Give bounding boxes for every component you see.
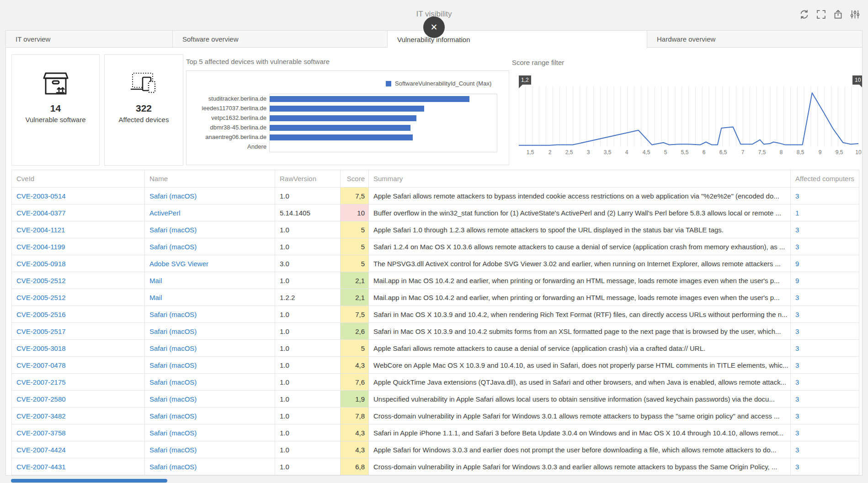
cve-link[interactable]: CVE-2007-3482 — [16, 412, 66, 420]
affected-computers-link[interactable]: 1 — [795, 209, 799, 217]
fullscreen-icon[interactable] — [816, 9, 826, 20]
cve-link[interactable]: CVE-2007-3758 — [16, 429, 66, 437]
range-handle-left[interactable]: 1,2 — [519, 75, 531, 85]
summary-cell: Safari 1.2.4 on Mac OS X 10.3.6 allows r… — [369, 238, 791, 255]
cve-link[interactable]: CVE-2005-2516 — [16, 311, 66, 318]
tab-software-overview[interactable]: Software overview — [173, 30, 388, 48]
axis-tick-label: 4 — [618, 149, 636, 156]
rawversion-cell: 1.0 — [275, 306, 341, 323]
affected-computers-link[interactable]: 3 — [795, 412, 799, 420]
software-link[interactable]: Safari (macOS) — [149, 361, 197, 369]
software-link[interactable]: Safari (macOS) — [149, 226, 197, 234]
affected-computers-cell: 3 — [791, 340, 859, 357]
cveid-cell: CVE-2005-2512 — [12, 289, 145, 306]
col-rawversion[interactable]: RawVersion — [275, 170, 341, 188]
filter-settings-icon[interactable] — [850, 9, 860, 20]
affected-computers-cell: 9 — [791, 255, 859, 272]
affected-computers-link[interactable]: 3 — [795, 327, 799, 335]
summary-cell: Apple Safari for Windows 3.0.3 and earli… — [369, 441, 791, 458]
name-cell: Safari (macOS) — [145, 306, 275, 323]
cveid-cell: CVE-2005-2516 — [12, 306, 145, 323]
software-link[interactable]: Safari (macOS) — [149, 395, 197, 403]
col-name[interactable]: Name — [145, 170, 275, 188]
affected-computers-link[interactable]: 3 — [795, 192, 799, 200]
name-cell: Safari (macOS) — [145, 458, 275, 475]
bar[interactable] — [270, 96, 469, 102]
software-link[interactable]: Safari (macOS) — [149, 327, 197, 335]
affected-computers-link[interactable]: 3 — [795, 294, 799, 301]
kpi-label: Affected devices — [105, 116, 183, 123]
table-row: CVE-2007-2580Safari (macOS)1.01,9Unspeci… — [12, 391, 859, 408]
rawversion-cell: 1.0 — [275, 221, 341, 238]
cve-link[interactable]: CVE-2007-2580 — [16, 395, 66, 403]
cve-link[interactable]: CVE-2005-2512 — [16, 277, 66, 284]
software-link[interactable]: Safari (macOS) — [149, 311, 197, 318]
cveid-cell: CVE-2004-1199 — [12, 238, 145, 255]
affected-computers-link[interactable]: 3 — [795, 429, 799, 437]
cve-link[interactable]: CVE-2004-1121 — [16, 226, 65, 234]
col-affected-computers[interactable]: Affected computers — [791, 170, 859, 188]
affected-computers-link[interactable]: 3 — [795, 446, 799, 454]
axis-tick-label: 8 — [772, 149, 790, 156]
software-link[interactable]: Safari (macOS) — [149, 378, 197, 386]
vulnerability-table: CveIdNameRawVersionScoreSummaryAffected … — [11, 170, 859, 475]
cve-link[interactable]: CVE-2005-3018 — [16, 344, 66, 352]
cve-link[interactable]: CVE-2005-2517 — [16, 327, 66, 335]
software-link[interactable]: Mail — [149, 277, 162, 284]
cve-link[interactable]: CVE-2003-0514 — [16, 192, 66, 200]
affected-computers-link[interactable]: 3 — [795, 226, 799, 234]
cve-link[interactable]: CVE-2005-0918 — [16, 260, 66, 268]
rawversion-cell: 1.0 — [275, 188, 341, 204]
cveid-cell: CVE-2007-2175 — [12, 374, 145, 391]
export-icon[interactable] — [833, 9, 843, 20]
horizontal-scrollbar[interactable] — [11, 479, 167, 483]
affected-computers-link[interactable]: 3 — [795, 378, 799, 386]
software-link[interactable]: Mail — [149, 294, 162, 301]
software-link[interactable]: Safari (macOS) — [149, 243, 197, 251]
range-handle-right[interactable]: 10 — [852, 75, 863, 85]
affected-computers-link[interactable]: 3 — [795, 243, 799, 251]
software-link[interactable]: Safari (macOS) — [149, 192, 197, 200]
col-cveid[interactable]: CveId — [12, 170, 145, 188]
cve-link[interactable]: CVE-2007-0478 — [16, 361, 66, 369]
software-link[interactable]: ActivePerl — [149, 209, 181, 217]
cve-link[interactable]: CVE-2004-1199 — [16, 243, 65, 251]
software-link[interactable]: Safari (macOS) — [149, 446, 197, 454]
refresh-icon[interactable] — [799, 9, 809, 20]
cve-link[interactable]: CVE-2005-2512 — [16, 294, 66, 301]
affected-computers-link[interactable]: 9 — [795, 260, 799, 268]
cve-link[interactable]: CVE-2004-0377 — [16, 209, 66, 217]
col-score[interactable]: Score — [341, 170, 369, 188]
affected-computers-link[interactable]: 3 — [795, 344, 799, 352]
bar[interactable] — [270, 134, 413, 140]
col-summary[interactable]: Summary — [369, 170, 791, 188]
summary-cell: Cross-domain vulnerability in Apple Safa… — [369, 458, 791, 475]
summary-cell: WebCore on Apple Mac OS X 10.3.9 and 10.… — [369, 357, 791, 374]
affected-computers-link[interactable]: 3 — [795, 463, 799, 471]
close-button[interactable]: ✕ — [423, 16, 445, 38]
bar[interactable] — [270, 115, 416, 121]
affected-computers-link[interactable]: 3 — [795, 311, 799, 318]
cveid-cell: CVE-2004-1121 — [12, 221, 145, 238]
cve-link[interactable]: CVE-2007-2175 — [16, 378, 66, 386]
affected-computers-link[interactable]: 3 — [795, 361, 799, 369]
cve-link[interactable]: CVE-2007-4424 — [16, 446, 66, 454]
software-link[interactable]: Safari (macOS) — [149, 344, 197, 352]
summary-cell: Safari in Mac OS X 10.3.9 and 10.4.2 sub… — [369, 323, 791, 340]
software-link[interactable]: Safari (macOS) — [149, 412, 197, 420]
software-link[interactable]: Adobe SVG Viewer — [149, 260, 208, 268]
summary-cell: The NPSVG3.dll ActiveX control for Adobe… — [369, 255, 791, 272]
bar[interactable] — [270, 106, 424, 112]
affected-computers-cell: 3 — [791, 357, 859, 374]
score-filter-chart[interactable] — [519, 86, 858, 147]
tab-hardware-overview[interactable]: Hardware overview — [647, 30, 863, 48]
tab-it-overview[interactable]: IT overview — [5, 30, 173, 48]
software-link[interactable]: Safari (macOS) — [149, 429, 197, 437]
software-link[interactable]: Safari (macOS) — [149, 463, 197, 471]
cve-link[interactable]: CVE-2007-4431 — [16, 463, 66, 471]
affected-computers-link[interactable]: 9 — [795, 277, 799, 284]
bar[interactable] — [270, 125, 410, 131]
table-row: CVE-2005-2512Mail1.2.22,1Mail.app in Mac… — [12, 289, 859, 306]
affected-computers-link[interactable]: 3 — [795, 395, 799, 403]
axis-tick-label: 1,5 — [521, 149, 539, 156]
